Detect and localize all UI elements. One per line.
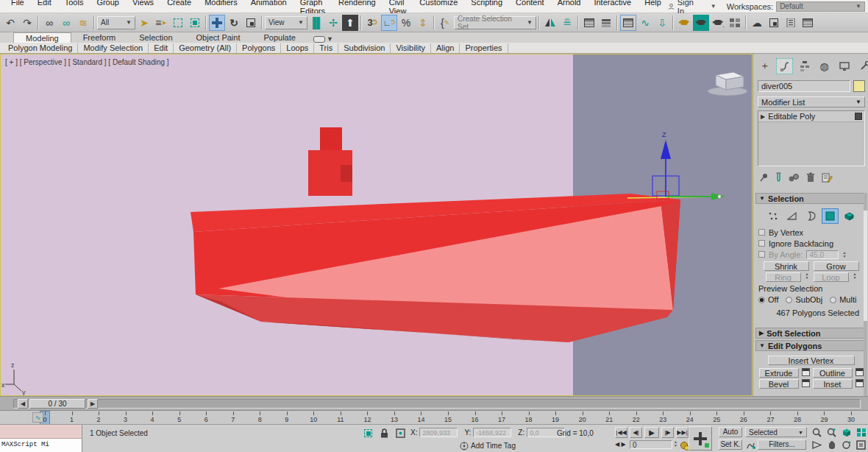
tab-utilities[interactable] bbox=[855, 58, 868, 74]
maxscript-listener-pane[interactable]: MAXScript Mi bbox=[0, 439, 82, 452]
ignore-backfacing-row[interactable]: Ignore Backfacing bbox=[758, 238, 864, 249]
outline-button[interactable]: Outline bbox=[813, 368, 853, 378]
submarine-model[interactable]: Z z x y bbox=[1, 54, 753, 396]
bevel-settings-button[interactable] bbox=[802, 379, 810, 387]
previous-frame-button[interactable]: ◀| bbox=[630, 427, 642, 438]
keyable-icon[interactable] bbox=[744, 439, 757, 451]
preview-radio-multi[interactable]: Multi bbox=[830, 295, 856, 304]
by-angle-field[interactable]: 45,0 bbox=[806, 250, 839, 259]
extrude-button[interactable]: Extrude bbox=[759, 368, 799, 378]
viewport-label[interactable]: [ + ] [ Perspective ] [ Standard ] [ Def… bbox=[5, 58, 169, 66]
preview-radio-subobj[interactable]: SubObj bbox=[786, 295, 822, 304]
ribbon-section-polygons[interactable]: Polygons bbox=[237, 43, 281, 53]
ignore-backfacing-checkbox[interactable] bbox=[758, 240, 765, 247]
time-slider-handle[interactable]: 0 / 30 bbox=[29, 399, 85, 409]
select-and-scale-button[interactable] bbox=[243, 15, 259, 31]
render-setup-button[interactable] bbox=[693, 15, 709, 31]
inset-settings-button[interactable] bbox=[855, 379, 864, 387]
ring-spinner[interactable]: ▲▼ bbox=[805, 272, 809, 282]
selection-rollout-header[interactable]: ▼ Selection bbox=[755, 193, 867, 204]
selection-filter-dropdown[interactable]: All▼ bbox=[97, 16, 135, 29]
maxscript-mini-listener[interactable]: MAXScript Mi bbox=[0, 425, 82, 452]
select-object-button[interactable]: ➤ bbox=[136, 15, 152, 31]
ribbon-section-edit[interactable]: Edit bbox=[149, 43, 174, 53]
object-name-field[interactable]: diver005 bbox=[758, 80, 850, 92]
rectangular-selection-region-button[interactable] bbox=[170, 15, 186, 31]
align-button[interactable]: ≞ bbox=[559, 15, 575, 31]
ring-button[interactable]: Ring bbox=[766, 272, 801, 282]
bind-to-space-warp-button[interactable]: ≋ bbox=[75, 15, 91, 31]
ribbon-section-polygon-modeling[interactable]: Polygon Modeling bbox=[3, 43, 78, 53]
pin-stack-icon[interactable] bbox=[759, 173, 769, 183]
edge-mode-button[interactable] bbox=[783, 208, 800, 224]
by-angle-checkbox[interactable] bbox=[758, 251, 765, 258]
render-button[interactable] bbox=[727, 15, 743, 31]
next-frame-button[interactable]: |▶ bbox=[661, 427, 674, 438]
key-filters-dropdown[interactable]: Selected▼ bbox=[745, 427, 807, 437]
previous-frame-arrow[interactable]: ◀ bbox=[18, 399, 28, 409]
viewcube[interactable] bbox=[708, 72, 747, 96]
snap-toggle-3d-button[interactable]: 3ᕤ bbox=[364, 15, 380, 31]
ribbon-tab-modeling[interactable]: Modeling bbox=[13, 32, 71, 43]
perspective-viewport[interactable]: Z z x y [ + ] [ Perspective ] [ Standard… bbox=[0, 54, 753, 396]
select-and-rotate-button[interactable]: ↻ bbox=[226, 15, 242, 31]
loop-spinner[interactable]: ▲▼ bbox=[853, 272, 857, 282]
open-autodesk-app-button[interactable] bbox=[766, 15, 782, 31]
border-mode-button[interactable] bbox=[803, 208, 819, 224]
play-button[interactable]: ▶ bbox=[644, 427, 659, 438]
bevel-button[interactable]: Bevel bbox=[759, 379, 799, 389]
layer-explorer-button[interactable] bbox=[598, 15, 614, 31]
maximize-viewport-icon[interactable] bbox=[855, 439, 867, 451]
set-key-button[interactable]: Set K. bbox=[719, 439, 742, 450]
y-coordinate-field[interactable]: -1658,922 bbox=[473, 428, 511, 437]
next-frame-arrow[interactable]: ▶ bbox=[88, 399, 98, 409]
angle-snap-toggle[interactable]: ∟ᕤ bbox=[381, 15, 397, 31]
preview-radio-off[interactable]: Off bbox=[758, 295, 778, 304]
orbit-icon[interactable] bbox=[840, 439, 853, 451]
frame-spinner[interactable]: ▲▼ bbox=[674, 440, 677, 448]
extrude-settings-button[interactable] bbox=[802, 368, 810, 376]
tab-modify[interactable] bbox=[776, 58, 793, 74]
toggle-ribbon-button[interactable] bbox=[620, 15, 636, 31]
ribbon-section-visibility[interactable]: Visibility bbox=[391, 43, 431, 53]
key-step-arrows[interactable]: ◀ ▶ bbox=[615, 441, 626, 448]
selection-lock-toggle[interactable] bbox=[378, 427, 391, 439]
object-color-swatch[interactable] bbox=[853, 80, 865, 92]
make-unique-icon[interactable] bbox=[789, 173, 800, 183]
ribbon-section-modify-selection[interactable]: Modify Selection bbox=[78, 43, 149, 53]
x-coordinate-field[interactable]: 2809,933 bbox=[419, 428, 458, 437]
create-selection-set-combo[interactable]: Create Selection Set▼ bbox=[454, 16, 536, 29]
element-mode-button[interactable] bbox=[841, 208, 858, 224]
expand-icon[interactable]: ▶ bbox=[761, 113, 765, 120]
loop-button[interactable]: Loop bbox=[814, 272, 849, 282]
maxscript-macro-pane[interactable] bbox=[0, 425, 82, 439]
workspaces-dropdown[interactable]: Default ▼ bbox=[776, 1, 865, 12]
state-sets-button[interactable] bbox=[800, 15, 816, 31]
tab-motion[interactable]: ◍ bbox=[816, 58, 833, 74]
remove-modifier-icon[interactable] bbox=[806, 172, 815, 183]
tab-create[interactable]: ＋ bbox=[756, 58, 773, 74]
percent-snap-toggle[interactable]: % bbox=[398, 15, 414, 31]
by-angle-row[interactable]: By Angle: 45,0 ▲▼ bbox=[758, 249, 864, 260]
unlink-selection-button[interactable]: ∞ bbox=[58, 15, 74, 31]
zoom-extents-all-icon[interactable] bbox=[855, 426, 867, 438]
by-vertex-row[interactable]: By Vertex bbox=[758, 227, 864, 238]
mini-curve-editor-button[interactable]: ∿ bbox=[32, 412, 43, 423]
go-to-end-button[interactable]: ▶▶| bbox=[676, 427, 689, 438]
add-time-tag[interactable]: Add Time Tag bbox=[471, 442, 516, 450]
schematic-view-button[interactable]: ⇩ bbox=[654, 15, 670, 31]
ribbon-tab-selection[interactable]: Selection bbox=[127, 32, 184, 43]
outline-settings-button[interactable] bbox=[855, 368, 864, 376]
tab-hierarchy[interactable] bbox=[796, 58, 813, 74]
ribbon-tab-object-paint[interactable]: Object Paint bbox=[185, 32, 252, 43]
filters-button[interactable]: Filters... bbox=[758, 439, 806, 450]
select-by-name-button[interactable]: ≡➤ bbox=[153, 15, 169, 31]
tab-display[interactable] bbox=[836, 58, 853, 74]
render-presets-button[interactable] bbox=[783, 15, 799, 31]
select-and-move-button[interactable] bbox=[209, 15, 225, 31]
reference-coordinate-dropdown[interactable]: View▼ bbox=[265, 16, 307, 29]
absolute-offset-toggle[interactable] bbox=[394, 427, 407, 439]
undo-button[interactable]: ↶ bbox=[2, 15, 18, 31]
edit-named-selection-sets-button[interactable]: {✎ bbox=[437, 15, 453, 31]
isolate-selection-toggle[interactable] bbox=[362, 427, 374, 439]
